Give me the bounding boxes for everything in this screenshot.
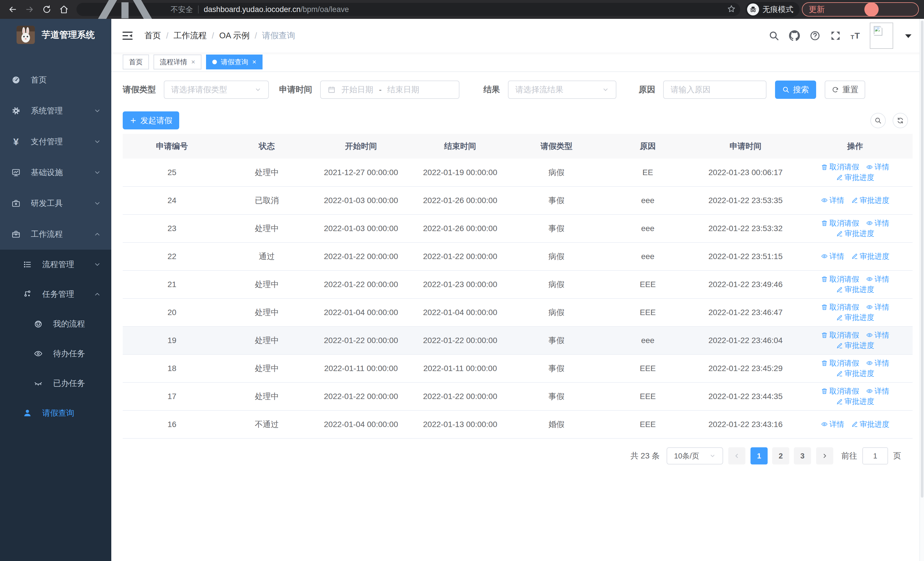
- page-button-1[interactable]: 1: [750, 447, 768, 465]
- sidebar-item-done-tasks[interactable]: 已办任务: [0, 368, 111, 398]
- search-button[interactable]: 搜索: [775, 81, 816, 99]
- cell-end: 2022-01-13 00:00:00: [410, 411, 511, 438]
- cancel-leave-link[interactable]: 取消请假: [821, 330, 859, 340]
- tab-leave-query[interactable]: 请假查询 ×: [206, 54, 262, 69]
- approval-progress-link[interactable]: 审批进度: [836, 397, 874, 406]
- approval-progress-link[interactable]: 审批进度: [851, 419, 890, 429]
- sidebar-item-my-process[interactable]: 我的流程: [0, 309, 111, 339]
- close-icon[interactable]: ×: [191, 59, 195, 65]
- approval-progress-link[interactable]: 审批进度: [836, 368, 874, 379]
- create-leave-button[interactable]: 发起请假: [123, 111, 179, 129]
- github-icon[interactable]: [789, 30, 800, 41]
- cell-id: 25: [123, 158, 221, 186]
- breadcrumb-item-oa[interactable]: OA 示例: [219, 30, 249, 41]
- browser-forward-icon[interactable]: [22, 2, 37, 17]
- browser-home-icon[interactable]: [57, 2, 71, 17]
- top-navbar: 首页 / 工作流程 / OA 示例 / 请假查询: [111, 19, 924, 53]
- detail-link[interactable]: 详情: [821, 196, 844, 205]
- breadcrumb-item-home[interactable]: 首页: [144, 30, 161, 41]
- browser-reload-icon[interactable]: [39, 2, 54, 17]
- bookmark-star-icon[interactable]: [727, 5, 736, 14]
- goto-page-input[interactable]: [862, 447, 888, 465]
- apply-time-range-picker[interactable]: 开始日期 - 结束日期: [320, 81, 459, 99]
- page-size-select[interactable]: 10条/页: [667, 447, 723, 465]
- trash-icon: [821, 359, 828, 367]
- approval-progress-link[interactable]: 审批进度: [851, 251, 890, 261]
- tab-process-detail[interactable]: 流程详情 ×: [153, 54, 201, 69]
- sidebar-item-workflow[interactable]: 工作流程: [0, 219, 111, 250]
- detail-link[interactable]: 详情: [866, 162, 890, 172]
- reason-input[interactable]: [670, 85, 759, 94]
- approval-progress-link[interactable]: 审批进度: [836, 173, 874, 182]
- reset-button[interactable]: 重置: [825, 81, 865, 99]
- cell-id: 24: [123, 186, 221, 215]
- pen-icon: [836, 370, 843, 377]
- browser-update-button[interactable]: 更新: [802, 2, 919, 17]
- sidebar-item-label: 请假查询: [42, 408, 74, 418]
- detail-link[interactable]: 详情: [821, 419, 844, 429]
- app-logo-row[interactable]: 芋道管理系统: [0, 19, 111, 51]
- fullscreen-icon[interactable]: [830, 30, 841, 41]
- column-header: 原因: [602, 134, 693, 158]
- refresh-table-button[interactable]: [892, 113, 908, 128]
- detail-link[interactable]: 详情: [866, 358, 890, 368]
- breadcrumb-item-workflow[interactable]: 工作流程: [174, 30, 207, 41]
- header-search-icon[interactable]: [768, 30, 779, 41]
- cancel-leave-link[interactable]: 取消请假: [821, 302, 859, 312]
- cancel-leave-link[interactable]: 取消请假: [821, 274, 859, 284]
- leave-type-select[interactable]: 请选择请假类型: [164, 81, 269, 99]
- detail-link[interactable]: 详情: [821, 251, 844, 261]
- incognito-icon: [747, 3, 759, 15]
- detail-link[interactable]: 详情: [866, 330, 890, 340]
- user-avatar[interactable]: [870, 23, 893, 49]
- prev-page-button[interactable]: [728, 447, 746, 465]
- next-page-button[interactable]: [816, 447, 833, 465]
- sidebar-item-label: 研发工具: [31, 198, 63, 209]
- detail-link[interactable]: 详情: [866, 302, 890, 312]
- sidebar-item-payment-mgmt[interactable]: ¥支付管理: [0, 126, 111, 157]
- detail-link[interactable]: 详情: [866, 274, 890, 284]
- avatar-caret-icon[interactable]: [903, 30, 914, 41]
- approval-progress-link[interactable]: 审批进度: [851, 196, 890, 205]
- cancel-leave-link[interactable]: 取消请假: [821, 162, 859, 172]
- sidebar-item-infrastructure[interactable]: 基础设施: [0, 157, 111, 188]
- approval-progress-link[interactable]: 审批进度: [836, 313, 874, 322]
- sidebar-item-leave-query[interactable]: 请假查询: [0, 398, 111, 428]
- result-select[interactable]: 请选择流结果: [508, 81, 616, 99]
- help-icon[interactable]: [810, 30, 820, 41]
- address-bar[interactable]: 不安全 dashboard.yudao.iocoder.cn/bpm/oa/le…: [76, 3, 740, 16]
- close-icon[interactable]: ×: [252, 59, 256, 65]
- sidebar-item-process-mgmt[interactable]: 流程管理: [0, 250, 111, 279]
- page-scrollbar[interactable]: [920, 19, 924, 561]
- sidebar-item-system-mgmt[interactable]: 系统管理: [0, 95, 111, 126]
- incognito-badge: 无痕模式: [746, 2, 800, 17]
- breadcrumb-separator: /: [255, 31, 257, 41]
- chevron-down-icon: [94, 169, 101, 176]
- sidebar-item-home[interactable]: 首页: [0, 65, 111, 95]
- toggle-search-button[interactable]: [870, 113, 886, 128]
- detail-link[interactable]: 详情: [866, 218, 890, 228]
- cell-start: 2022-01-11 00:00:00: [312, 355, 410, 382]
- sidebar-item-todo-tasks[interactable]: 待办任务: [0, 339, 111, 368]
- font-size-icon[interactable]: TT: [850, 31, 860, 41]
- page-button-2[interactable]: 2: [772, 447, 789, 465]
- approval-progress-link[interactable]: 审批进度: [836, 340, 874, 350]
- cancel-leave-link[interactable]: 取消请假: [821, 218, 859, 228]
- detail-link[interactable]: 详情: [866, 386, 890, 396]
- page-button-3[interactable]: 3: [794, 447, 811, 465]
- sidebar-collapse-icon[interactable]: [122, 30, 134, 42]
- calendar-icon: [328, 86, 336, 94]
- browser-back-icon[interactable]: [5, 2, 20, 17]
- approval-progress-link[interactable]: 审批进度: [836, 284, 874, 295]
- cell-end: 2022-01-11 00:00:00: [410, 355, 511, 382]
- cancel-leave-link[interactable]: 取消请假: [821, 358, 859, 368]
- scrollbar-thumb[interactable]: [921, 21, 923, 498]
- approval-progress-link[interactable]: 审批进度: [836, 229, 874, 239]
- refresh-icon: [831, 86, 839, 93]
- pen-icon: [836, 230, 843, 237]
- sidebar-item-task-mgmt[interactable]: 任务管理: [0, 279, 111, 309]
- end-date-placeholder: 结束日期: [387, 84, 419, 95]
- sidebar-item-dev-tools[interactable]: 研发工具: [0, 188, 111, 219]
- tab-home[interactable]: 首页: [123, 54, 149, 69]
- cancel-leave-link[interactable]: 取消请假: [821, 386, 859, 396]
